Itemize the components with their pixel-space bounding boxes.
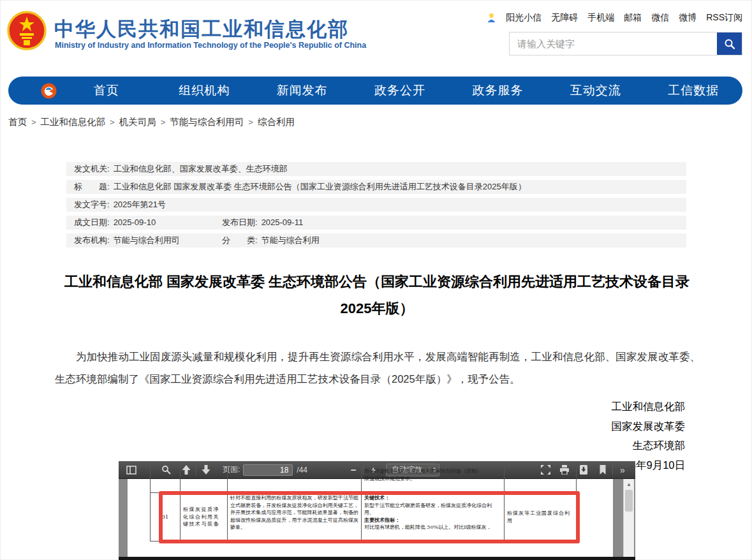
bookmark-button[interactable]	[595, 463, 610, 477]
download-icon	[579, 465, 588, 475]
scrollbar-thumb[interactable]	[625, 490, 633, 512]
meta-value: 工业和信息化部、国家发展改革委、生态环境部	[114, 164, 288, 173]
more-tools-button[interactable]: »	[615, 463, 630, 477]
miit-gear-icon	[40, 82, 57, 99]
sunshine-mascot-icon	[487, 13, 496, 24]
nav-item-data[interactable]: 工信数据	[645, 82, 742, 99]
breadcrumb-separator: >	[248, 117, 253, 127]
search-button[interactable]	[717, 33, 742, 55]
top-utility-links: 阳光小信 无障碍 手机端 邮箱 微信 微博 RSS订阅	[487, 12, 742, 24]
link-mail[interactable]: 邮箱	[624, 12, 642, 24]
main-nav: 首页 组织机构 新闻发布 政务公开 政务服务 互动交流 工信数据	[8, 77, 742, 105]
pdf-scrollbar[interactable]: ▲	[623, 479, 634, 557]
signature-line: 工业和信息化部	[612, 397, 686, 416]
document-meta: 发文机关:工业和信息化部、国家发展改革委、生态环境部 标 题:工业和信息化部 国…	[66, 162, 686, 251]
breadcrumb-separator: >	[31, 117, 36, 127]
meta-value: 2025年第21号	[114, 200, 166, 209]
bookmark-icon	[599, 465, 607, 475]
signature-line: 生态环境部	[612, 436, 686, 455]
link-accessibility[interactable]: 无障碍	[551, 12, 578, 24]
pdf-bottom-edge	[119, 557, 635, 560]
article-paragraph: 为加快推动工业固废源头减量和规模化利用，提升再生资源综合利用水平，发展高端智能再…	[55, 346, 700, 391]
table-cell	[227, 466, 361, 493]
site-title: 中华人民共和国工业和信息化部	[54, 16, 349, 43]
breadcrumb: 首页 > 工业和信息化部 > 机关司局 > 节能与综合利用司 > 综合利用	[8, 116, 295, 128]
site-subtitle: Ministry of Industry and Information Tec…	[55, 41, 366, 50]
link-wechat[interactable]: 微信	[651, 12, 669, 24]
meta-value: 节能与综合利用	[262, 235, 320, 245]
table-cell-partial-text: 所有排放检测结果均满足相关国家特别排放（控制） 限值或技术规范要求。	[361, 466, 504, 493]
meta-label: 发文字号:	[74, 200, 110, 209]
meta-row-publisher: 发布机构:节能与综合利用司 分 类:节能与综合利用	[66, 233, 686, 247]
pdf-page-view: 所有排放检测结果均满足相关国家特别排放（控制） 限值或技术规范要求。 31 粉煤…	[119, 479, 635, 560]
meta-row-dates: 成文日期:2025-09-10 发布日期:2025-09-11	[66, 216, 686, 230]
scroll-up-arrow-icon[interactable]: ▲	[624, 479, 634, 489]
meta-label: 成文日期:	[74, 217, 110, 227]
download-button[interactable]	[576, 463, 591, 477]
nav-item-gov-services[interactable]: 政务服务	[449, 82, 547, 99]
breadcrumb-comprehensive-use[interactable]: 综合利用	[258, 116, 295, 128]
page: 中华人民共和国工业和信息化部 Ministry of Industry and …	[0, 0, 752, 560]
toolbar-separator	[612, 465, 613, 475]
table-cell	[504, 466, 577, 493]
breadcrumb-separator: >	[161, 117, 166, 127]
pdf-viewer: 页面: /44 − + 自动缩放 ▲▼	[119, 461, 635, 560]
meta-row-doc-number: 发文字号:2025年第21号	[66, 198, 686, 212]
search-icon	[724, 38, 735, 50]
meta-row-title: 标 题:工业和信息化部 国家发展改革委 生态环境部公告（国家工业资源综合利用先进…	[66, 180, 686, 194]
table-cell	[180, 466, 227, 493]
nav-item-news[interactable]: 新闻发布	[253, 82, 351, 99]
article-title: 工业和信息化部 国家发展改革委 生态环境部公告（国家工业资源综合利用先进适用工艺…	[58, 269, 696, 322]
link-weibo[interactable]: 微博	[679, 12, 697, 24]
signature-line: 国家发展改革委	[612, 416, 686, 436]
table-cell	[150, 466, 180, 493]
meta-row-issuing-agency: 发文机关:工业和信息化部、国家发展改革委、生态环境部	[66, 162, 686, 176]
national-emblem	[7, 9, 47, 54]
meta-label: 分 类:	[222, 235, 258, 245]
nav-item-organization[interactable]: 组织机构	[155, 82, 253, 99]
sidebar-toggle-button[interactable]	[124, 463, 139, 477]
link-rss[interactable]: RSS订阅	[706, 12, 742, 24]
breadcrumb-departments[interactable]: 机关司局	[119, 116, 156, 128]
breadcrumb-energy-dept[interactable]: 节能与综合利用司	[170, 116, 244, 128]
breadcrumb-separator: >	[110, 117, 115, 127]
link-mobile[interactable]: 手机端	[587, 12, 614, 24]
meta-value: 2025-09-11	[262, 217, 304, 227]
meta-value: 工业和信息化部 国家发展改革委 生态环境部公告（国家工业资源综合利用先进适用工艺…	[114, 182, 526, 191]
meta-label: 发布机构:	[74, 235, 110, 245]
nav-item-gov-affairs[interactable]: 政务公开	[351, 82, 448, 99]
meta-label: 发布日期:	[222, 217, 258, 227]
red-highlight-box	[159, 491, 580, 543]
search-bar	[509, 32, 742, 55]
meta-value: 2025-09-10	[114, 217, 156, 227]
link-yangguangxiaoxin[interactable]: 阳光小信	[506, 12, 542, 24]
sidebar-toggle-icon	[126, 466, 136, 475]
meta-label: 标 题:	[74, 182, 110, 191]
search-input[interactable]	[510, 33, 717, 55]
breadcrumb-home[interactable]: 首页	[8, 116, 27, 128]
meta-value: 节能与综合利用司	[114, 235, 180, 245]
nav-item-interaction[interactable]: 互动交流	[547, 82, 644, 99]
more-tools-icon: »	[620, 465, 625, 475]
nav-item-home[interactable]: 首页	[57, 82, 155, 99]
meta-label: 发文机关:	[74, 164, 110, 173]
breadcrumb-miit[interactable]: 工业和信息化部	[41, 116, 106, 128]
